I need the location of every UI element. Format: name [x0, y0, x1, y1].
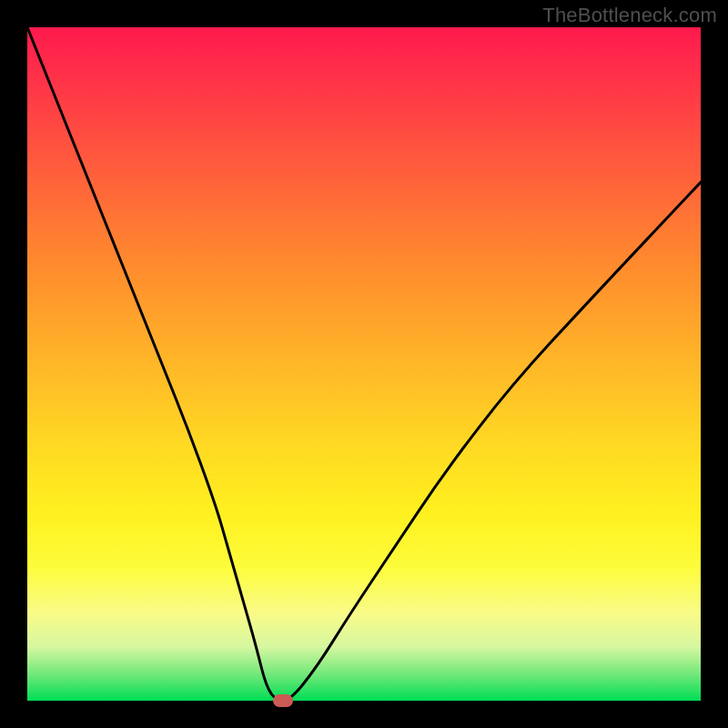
chart-frame: TheBottleneck.com	[0, 0, 728, 728]
optimal-point-marker	[273, 694, 293, 707]
watermark-text: TheBottleneck.com	[542, 4, 717, 27]
plot-area	[27, 27, 701, 701]
bottleneck-curve	[27, 27, 701, 701]
